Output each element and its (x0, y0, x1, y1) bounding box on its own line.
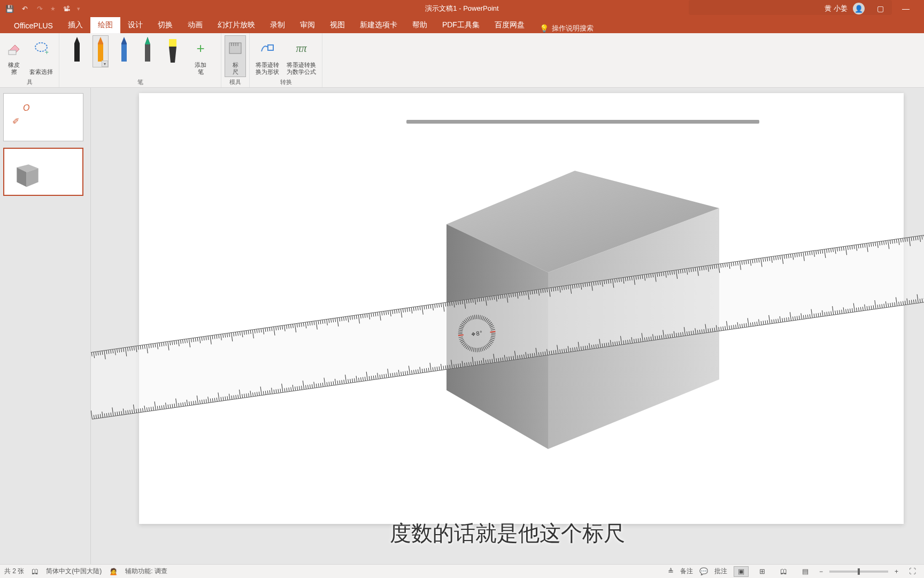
window-title: 演示文稿1 - PowerPoint (425, 4, 498, 13)
pencil-grey[interactable] (140, 35, 156, 67)
zoom-in-icon[interactable]: + (895, 568, 898, 575)
slide-thumbnail-2[interactable] (3, 148, 83, 196)
ink-stroke[interactable] (406, 120, 759, 124)
slideshow-icon[interactable]: 📽 (62, 4, 71, 13)
chevron-down-icon[interactable]: ▾ (102, 60, 108, 67)
pen-galaxy[interactable] (116, 35, 132, 67)
ruler-icon (228, 37, 242, 59)
spellcheck-icon[interactable]: 🕮 (32, 567, 38, 575)
slideshow-view-icon[interactable]: ▤ (798, 566, 813, 577)
user-name: 黄 小姜 (825, 4, 848, 13)
video-subtitle: 度数的话就是他这个标尺 (390, 519, 625, 548)
save-icon[interactable]: 💾 (5, 4, 14, 13)
ink-to-shape-button[interactable]: 将墨迹转 换为形状 (253, 35, 282, 77)
slide-canvas-area[interactable]: ✥8° 度数的话就是他这个标尺 (91, 88, 924, 564)
eraser-button[interactable]: 橡皮 擦 (3, 35, 25, 77)
svg-marker-4 (74, 37, 80, 62)
ribbon-tabs: OfficePLUS 插入 绘图 设计 切换 动画 幻灯片放映 录制 审阅 视图… (0, 17, 924, 33)
tab-slideshow[interactable]: 幻灯片放映 (210, 17, 263, 33)
svg-rect-11 (169, 39, 176, 47)
svg-rect-18 (268, 45, 273, 50)
slide-count[interactable]: 共 2 张 (4, 567, 24, 576)
tab-view[interactable]: 视图 (322, 17, 352, 33)
tell-me-search[interactable]: 💡 操作说明搜索 (532, 24, 601, 33)
comments-icon: 💬 (699, 567, 708, 575)
ink-to-math-button[interactable]: ππ 将墨迹转换 为数学公式 (284, 35, 319, 77)
tab-record[interactable]: 录制 (263, 17, 292, 33)
ruler-button[interactable]: 标 尺 (225, 35, 246, 77)
cube-shape[interactable] (430, 155, 730, 454)
svg-rect-13 (229, 43, 241, 54)
svg-marker-12 (169, 47, 176, 63)
tab-review[interactable]: 审阅 (292, 17, 322, 33)
normal-view-icon[interactable]: ▣ (734, 566, 749, 577)
minimize-icon[interactable]: — (896, 1, 916, 16)
ribbon-group-stencil: 标 尺 模具 (221, 33, 250, 87)
add-pen-button[interactable]: + 添加 笔 (190, 35, 211, 77)
ribbon-options-icon[interactable]: ▢ (870, 1, 890, 16)
ribbon-group-pens: ▾ + 添加 笔 笔 (59, 33, 221, 87)
lasso-icon: + (33, 37, 49, 59)
notes-icon: ≜ (668, 567, 674, 575)
accessibility-icon: 🙍 (109, 567, 118, 575)
redo-icon[interactable]: ↷ (35, 4, 44, 13)
ribbon-group-convert: 将墨迹转 换为形状 ππ 将墨迹转换 为数学公式 转换 (250, 33, 322, 87)
lasso-button[interactable]: + 套索选择 (27, 35, 56, 77)
highlighter-yellow[interactable] (163, 35, 182, 67)
tab-transitions[interactable]: 切换 (150, 17, 180, 33)
language-status[interactable]: 简体中文(中国大陆) (46, 567, 102, 576)
tab-newtab[interactable]: 新建选项卡 (352, 17, 405, 33)
undo-icon[interactable]: ↶ (20, 4, 29, 13)
reading-view-icon[interactable]: 🕮 (776, 566, 791, 577)
notes-button[interactable]: 备注 (680, 567, 693, 576)
svg-rect-1 (9, 50, 16, 55)
qat-more-icon[interactable]: ▾ (77, 5, 80, 12)
svg-rect-6 (98, 44, 103, 62)
zoom-slider[interactable] (829, 571, 888, 573)
tab-officeplus[interactable]: OfficePLUS (6, 18, 60, 33)
tab-draw[interactable]: 绘图 (90, 17, 120, 33)
comments-button[interactable]: 批注 (714, 567, 727, 576)
pen-black[interactable] (69, 35, 85, 67)
ink-math-icon: ππ (296, 37, 306, 59)
workspace: O✐ (0, 88, 924, 564)
quick-access-toolbar: 💾 ↶ ↷ ★ 📽 ▾ (0, 4, 80, 13)
tab-help[interactable]: 帮助 (405, 17, 435, 33)
tab-insert[interactable]: 插入 (60, 17, 90, 33)
svg-marker-10 (145, 37, 150, 44)
slide-thumbnails: O✐ (0, 88, 91, 564)
status-bar: 共 2 张 🕮 简体中文(中国大陆) 🙍 辅助功能: 调查 ≜ 备注 💬 批注 … (0, 564, 924, 578)
plus-icon: + (196, 37, 204, 59)
svg-rect-8 (121, 44, 127, 62)
sorter-view-icon[interactable]: ⊞ (755, 566, 770, 577)
svg-text:+: + (45, 49, 49, 56)
user-avatar-icon[interactable]: 👤 (853, 3, 865, 14)
slide-thumbnail-1[interactable]: O✐ (3, 93, 83, 141)
tab-pdf[interactable]: PDF工具集 (435, 17, 487, 33)
zoom-out-icon[interactable]: − (819, 568, 823, 575)
tab-animations[interactable]: 动画 (180, 17, 210, 33)
ribbon: 橡皮 擦 + 套索选择 具 ▾ + 添加 笔 笔 (0, 33, 924, 88)
accessibility-status[interactable]: 辅助功能: 调查 (125, 567, 167, 576)
slide[interactable] (139, 93, 904, 524)
ink-shape-icon (259, 37, 275, 59)
tab-design[interactable]: 设计 (120, 17, 150, 33)
eraser-icon (6, 37, 21, 59)
tab-baidu[interactable]: 百度网盘 (487, 17, 532, 33)
fit-window-icon[interactable]: ⛶ (905, 566, 920, 577)
title-bar: 💾 ↶ ↷ ★ 📽 ▾ 演示文稿1 - PowerPoint 黄 小姜 👤 ▢ … (0, 0, 924, 17)
pen-orange[interactable]: ▾ (93, 35, 109, 67)
ribbon-group-tools: 橡皮 擦 + 套索选择 具 (0, 33, 59, 87)
lightbulb-icon: 💡 (540, 24, 549, 33)
